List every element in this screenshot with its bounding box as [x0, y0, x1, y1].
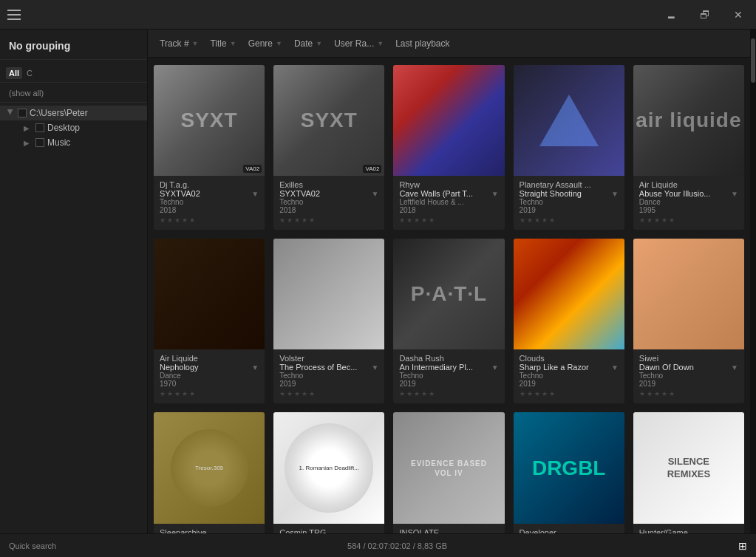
album-dropdown[interactable]: ▼ — [371, 190, 378, 198]
album-card[interactable]: Air Liquide Nephology ▼ Dance 1970 ★★★★★ — [154, 239, 265, 403]
dev-art-text: DRGBL — [532, 457, 606, 480]
album-stars: ★★★★★ — [399, 216, 498, 224]
album-year: 2018 — [160, 206, 259, 214]
album-card[interactable]: EVIDENCE BASEDVOL IV INSOLATE Evidence B… — [393, 412, 504, 533]
album-artist: Exilles — [279, 180, 378, 189]
album-info: Air Liquide Nephology ▼ Dance 1970 ★★★★★ — [154, 349, 265, 403]
album-artist: Cosmin TRG — [279, 528, 378, 533]
main-layout: No grouping All C (show all) ▶ C:\Users\… — [0, 30, 756, 533]
star: ★ — [542, 390, 548, 397]
grid-view-button[interactable]: ⊞ — [738, 540, 747, 552]
album-artist: INSOLATE — [399, 528, 498, 533]
tree-item-desktop[interactable]: ▶ Desktop — [18, 120, 147, 135]
album-title: Sharp Like a Razor — [520, 363, 589, 372]
scrollbar-thumb[interactable] — [751, 38, 755, 83]
album-art — [393, 65, 504, 176]
star: ★ — [654, 390, 660, 397]
star: ★ — [167, 390, 173, 397]
album-card[interactable]: Volster The Process of Bec... ▼ Techno 2… — [273, 239, 384, 403]
tree-item-root[interactable]: ▶ C:\Users\Peter — [0, 106, 147, 120]
album-dropdown[interactable]: ▼ — [491, 190, 499, 198]
album-card[interactable]: SYXTVA02 Dj T.a.g. SYXTVA02 ▼ Techno 201… — [154, 65, 265, 230]
album-dropdown[interactable]: ▼ — [731, 190, 738, 198]
album-dropdown[interactable]: ▼ — [251, 363, 259, 372]
album-card[interactable]: Tresor.309 Sleeparchive Beslant Recordin… — [154, 412, 265, 533]
album-dropdown[interactable]: ▼ — [491, 363, 499, 372]
album-card[interactable]: air liquide Air Liquide Abuse Your Illus… — [633, 65, 744, 230]
album-art — [633, 239, 744, 349]
album-year: 2018 — [399, 206, 498, 214]
album-artist: Siwei — [639, 354, 738, 363]
star: ★ — [167, 216, 173, 224]
hamburger-icon[interactable] — [7, 10, 21, 20]
star: ★ — [302, 390, 307, 397]
star: ★ — [189, 216, 195, 224]
album-dropdown[interactable]: ▼ — [731, 363, 738, 372]
album-artist: Dj T.a.g. — [160, 180, 259, 189]
star: ★ — [639, 390, 645, 397]
album-card[interactable]: Rhyw Cave Walls (Part T... ▼ Leftfield H… — [393, 65, 504, 230]
statusbar: Quick search 584 / 02:07:02:02 / 8,83 GB… — [0, 533, 756, 557]
star: ★ — [174, 390, 180, 397]
album-art: EVIDENCE BASEDVOL IV — [393, 412, 504, 523]
album-year: 1970 — [160, 380, 259, 388]
album-stars: ★★★★★ — [639, 390, 738, 397]
album-card[interactable]: DRGBL Developer ▼ Techno ★★★★★ — [514, 412, 624, 533]
album-art: P·A·T·L — [393, 239, 504, 349]
album-art: air liquide — [633, 65, 744, 176]
album-title: Nephology — [160, 363, 199, 372]
titlebar-controls: 🗕 🗗 ✕ — [660, 6, 749, 24]
titlebar-left — [7, 10, 21, 20]
letter-all[interactable]: All — [6, 67, 22, 79]
letter-c[interactable]: C — [24, 67, 35, 79]
col-title[interactable]: Title ▼ — [204, 35, 242, 52]
album-card[interactable]: P·A·T·L Dasha Rush An Intermediary Pl...… — [393, 239, 504, 403]
album-genre-row: The Process of Bec... ▼ — [279, 363, 378, 372]
scrollbar-track[interactable] — [750, 30, 756, 533]
album-year: 2019 — [639, 380, 738, 388]
show-all[interactable]: (show all) — [0, 87, 147, 103]
star: ★ — [654, 216, 660, 224]
close-button[interactable]: ✕ — [728, 6, 749, 24]
album-artist: Volster — [279, 354, 378, 363]
star: ★ — [542, 216, 548, 224]
star: ★ — [406, 390, 412, 397]
tree-checkbox-music[interactable] — [35, 138, 44, 147]
col-track[interactable]: Track # ▼ — [154, 35, 204, 52]
col-date[interactable]: Date ▼ — [288, 35, 328, 52]
album-card[interactable]: SILENCE REMIXES Hunter/Game ▼ Techno ★★★… — [633, 412, 744, 533]
album-card[interactable]: 1. Romanian Deadlift... Cosmin TRG 1. Ro… — [273, 412, 384, 533]
album-genre-row: Straight Shooting ▼ — [520, 189, 619, 198]
col-title-filter: ▼ — [230, 40, 236, 47]
album-card[interactable]: SYXTVA02 Exilles SYXTVA02 ▼ Techno 2018 … — [273, 65, 384, 230]
album-dropdown[interactable]: ▼ — [611, 363, 619, 372]
album-dropdown[interactable]: ▼ — [611, 190, 619, 198]
album-info: Dj T.a.g. SYXTVA02 ▼ Techno 2018 ★★★★★ — [154, 176, 265, 230]
tree-item-music[interactable]: ▶ Music — [18, 135, 147, 150]
album-dropdown[interactable]: ▼ — [371, 363, 378, 372]
album-genre: Dance — [639, 198, 738, 206]
album-genre: Techno — [279, 198, 378, 206]
tree-checkbox-desktop[interactable] — [35, 123, 44, 132]
col-lastplayback[interactable]: Last playback — [389, 35, 455, 52]
album-genre-row: SYXTVA02 ▼ — [279, 189, 378, 198]
tree-checkbox-root[interactable] — [18, 109, 27, 117]
quick-search-label[interactable]: Quick search — [9, 541, 56, 550]
col-genre[interactable]: Genre ▼ — [242, 35, 288, 52]
album-card[interactable]: Siwei Dawn Of Down ▼ Techno 2019 ★★★★★ — [633, 239, 744, 403]
album-genre: Techno — [399, 372, 498, 380]
album-card[interactable]: Planetary Assault ... Straight Shooting … — [514, 65, 624, 230]
album-artist: Clouds — [520, 354, 619, 363]
col-userrating[interactable]: User Ra... ▼ — [328, 35, 389, 52]
album-dropdown[interactable]: ▼ — [251, 190, 259, 198]
col-title-label: Title — [210, 38, 226, 49]
album-genre: Dance — [160, 372, 259, 380]
art-text-label: air liquide — [636, 109, 741, 132]
star: ★ — [669, 216, 675, 224]
album-card[interactable]: Clouds Sharp Like a Razor ▼ Techno 2019 … — [514, 239, 624, 403]
maximize-button[interactable]: 🗗 — [694, 6, 716, 24]
album-art: SYXTVA02 — [273, 65, 384, 176]
album-info: Rhyw Cave Walls (Part T... ▼ Leftfield H… — [393, 176, 504, 230]
album-grid-area[interactable]: SYXTVA02 Dj T.a.g. SYXTVA02 ▼ Techno 201… — [148, 58, 750, 533]
minimize-button[interactable]: 🗕 — [660, 6, 682, 24]
